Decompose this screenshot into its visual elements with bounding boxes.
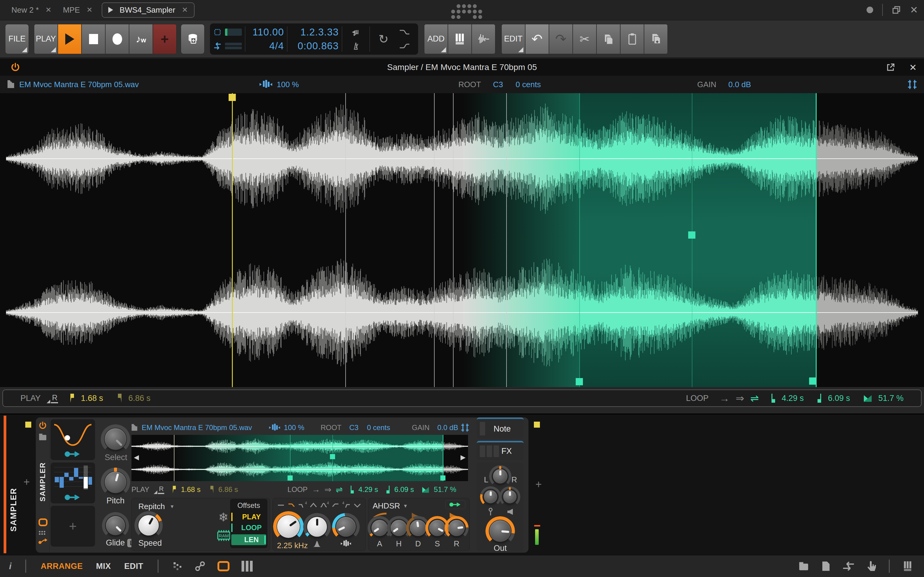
add-menu-button[interactable]: ADD [424,24,448,54]
arranger-loop-icon[interactable]: ↻ [373,32,394,46]
record-button[interactable] [105,24,129,54]
tab-mpe[interactable]: MPE ✕ [63,5,92,15]
add-audio-track-button[interactable] [472,24,495,54]
playback-mode-dropdown[interactable]: Repitch ▼ [138,502,174,511]
clip-launcher-icon[interactable] [172,561,183,571]
device-panel-toggle-icon[interactable] [218,561,229,571]
fx-slot[interactable]: FX [477,441,523,460]
env-decay-knob[interactable] [410,520,426,536]
env-sustain-knob[interactable] [429,520,446,536]
play-mode-toggle[interactable]: R [51,393,58,403]
envelope-dropdown[interactable]: AHDSR ▼ [373,501,408,511]
slice-marker[interactable] [434,93,435,387]
filter-bp4-icon[interactable]: 4 [320,501,329,509]
close-icon[interactable]: ✕ [87,6,93,14]
pitch-knob[interactable] [105,472,126,493]
offset-len-toggle[interactable]: LEN [231,534,266,545]
pop-out-icon[interactable] [886,63,895,72]
velocity-volume-knob[interactable] [503,490,517,503]
filter-keytrack-knob[interactable] [336,517,356,537]
close-editor-icon[interactable]: ✕ [909,62,917,73]
filter-resonance-knob[interactable] [307,517,327,537]
pre-roll-icon[interactable] [394,26,415,39]
velocity-sensitivity-knob[interactable] [484,490,497,503]
play-menu-button[interactable]: PLAY [34,24,58,54]
close-icon[interactable]: ✕ [182,6,188,14]
glide-knob[interactable] [106,516,125,535]
filter-lp2-icon[interactable] [288,501,296,509]
mini-crossfade-handle[interactable] [330,454,335,459]
browser-panel-icon[interactable] [798,561,809,571]
root-cents-value[interactable]: 0 cents [515,80,541,89]
filter-notch-icon[interactable] [354,501,361,509]
scroll-left-icon[interactable]: ◀ [134,453,139,461]
play-end-value[interactable]: 6.86 s [218,485,238,494]
scroll-right-icon[interactable]: ▶ [460,453,465,461]
song-time-value[interactable]: 0:00.863 [298,40,339,52]
main-waveform-canvas[interactable] [6,93,918,387]
zoom-fit-icon[interactable] [460,423,470,432]
filter-off-icon[interactable] [277,501,285,509]
env-release-knob[interactable] [449,520,465,536]
filter-hp2-icon[interactable] [331,501,339,509]
info-icon[interactable]: i [9,561,11,571]
filter-lp4-icon[interactable]: 4 [298,501,307,509]
overdub-button[interactable]: ♪w [129,24,153,54]
env-hold-knob[interactable] [391,520,407,536]
pan-knob[interactable] [493,469,507,484]
minimize-icon[interactable] [867,6,873,13]
loop-start-line[interactable] [579,93,580,387]
view-edit[interactable]: EDIT [124,562,144,571]
play-start-value[interactable]: 1.68 s [181,485,200,494]
loop-end-value[interactable]: 6.09 s [828,394,850,403]
cut-button[interactable]: ✂ [573,24,596,54]
chain-icon[interactable] [195,561,205,572]
sample-file-name[interactable]: EM Mvoc Mantra E 70bpm 05.wav [142,424,252,432]
ram-mode-icon[interactable]: RAM [216,530,231,542]
restore-window-icon[interactable] [892,5,901,15]
mini-loop-start-handle[interactable] [288,475,292,480]
post-roll-icon[interactable] [394,39,415,53]
root-note-value[interactable]: C3 [493,80,503,89]
tempo-value[interactable]: 110.00 [253,26,284,38]
loop-start-value[interactable]: 4.29 s [359,485,378,494]
view-mix[interactable]: MIX [96,562,111,571]
expanded-view-icon[interactable] [39,518,47,526]
mini-loop-start-line[interactable] [290,435,291,481]
file-menu-button[interactable]: FILE [5,24,29,54]
add-track-plus[interactable]: + [23,476,30,488]
stretch-amount[interactable]: 100 % [284,424,304,432]
mini-loop-end-handle[interactable] [440,475,446,480]
track-name[interactable]: SAMPLER [9,459,18,532]
close-icon[interactable]: ✕ [45,6,52,14]
mini-waveform[interactable]: ◀ ▶ [131,435,468,481]
paste-button[interactable] [620,24,644,54]
modulator-slot-empty[interactable]: + [50,506,95,546]
stop-button[interactable] [81,24,105,54]
root-cents-value[interactable]: 0 cents [367,424,390,432]
mini-loop-end-line[interactable] [443,435,443,481]
device-power-icon[interactable] [38,421,47,430]
mixer-panel-toggle-icon[interactable] [242,561,253,572]
zoom-fit-icon[interactable] [907,79,918,90]
loop-crossfade-handle[interactable] [688,231,695,239]
song-position-value[interactable]: 1.2.3.33 [300,26,339,38]
mini-play-start-line[interactable] [174,435,174,481]
filter-cutoff-knob[interactable] [277,515,300,538]
env-attack-knob[interactable] [372,520,388,536]
root-note-value[interactable]: C3 [349,424,359,432]
loop-end-line[interactable] [816,93,817,387]
modulator-slot-lfo[interactable] [50,419,95,460]
slice-marker[interactable] [453,93,454,387]
on-screen-keyboard-icon[interactable] [902,561,914,572]
modulation-route-icon[interactable] [64,450,82,458]
device-preset-icon[interactable] [39,433,47,441]
duplicate-button[interactable] [644,24,668,54]
playhead-handle[interactable] [229,94,236,101]
gain-value[interactable]: 0.0 dB [437,424,458,432]
loop-start-value[interactable]: 4.29 s [782,394,804,403]
filter-bp2-icon[interactable] [310,501,317,509]
play-button[interactable] [58,24,81,54]
view-arrange[interactable]: ARRANGE [40,562,83,571]
note-fx-slot[interactable]: Note [477,417,523,438]
